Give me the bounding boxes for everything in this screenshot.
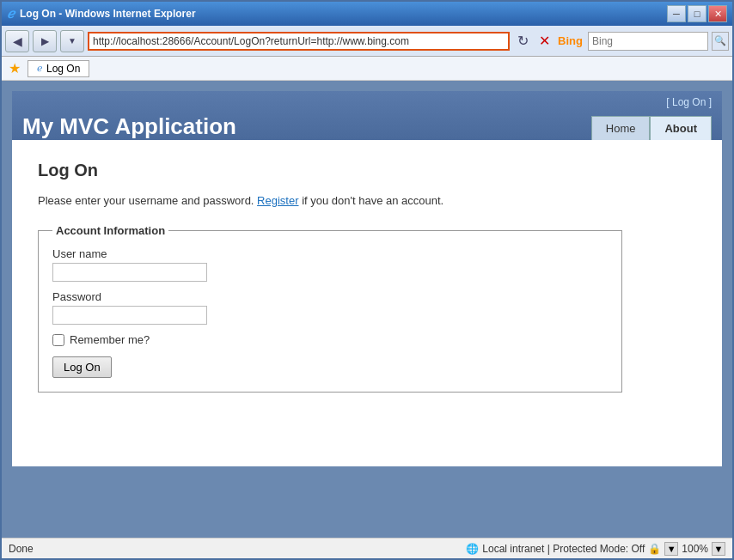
app-header-top: [ Log On ] — [12, 91, 722, 110]
window-title: Log On - Windows Internet Explorer — [20, 8, 196, 20]
password-label: Password — [52, 290, 608, 303]
app-wrapper: [ Log On ] My MVC Application Home About… — [12, 91, 722, 527]
lock-icon: 🔒 — [648, 543, 661, 555]
favorites-star-icon[interactable]: ★ — [9, 60, 21, 76]
remember-checkbox[interactable] — [52, 334, 64, 346]
logon-submit-button[interactable]: Log On — [52, 356, 112, 378]
register-link[interactable]: Register — [257, 194, 298, 207]
status-bar: Done 🌐 Local intranet | Protected Mode: … — [2, 538, 732, 558]
tab-title: Log On — [46, 63, 80, 75]
address-input[interactable] — [88, 32, 510, 51]
title-bar-left: ℯ Log On - Windows Internet Explorer — [7, 6, 196, 21]
search-input[interactable] — [588, 32, 708, 51]
intro-after: if you don't have an account. — [299, 194, 444, 207]
address-bar: ◀ ▶ ▼ ↻ ✕ Bing 🔍 — [2, 26, 732, 57]
page-title: Log On — [38, 161, 696, 180]
status-right: 🌐 Local intranet | Protected Mode: Off 🔒… — [466, 542, 725, 556]
zoom-down-button[interactable]: ▼ — [664, 542, 678, 556]
page-content: Log On Please enter your username and pa… — [12, 140, 722, 466]
window-controls: ─ □ ✕ — [667, 5, 727, 22]
remember-group: Remember me? — [52, 333, 608, 346]
intro-before: Please enter your username and password. — [38, 194, 257, 207]
zoom-level: 100% — [682, 543, 708, 555]
username-label: User name — [52, 247, 608, 260]
username-input[interactable] — [52, 263, 207, 282]
app-header: [ Log On ] My MVC Application Home About — [12, 91, 722, 140]
title-bar: ℯ Log On - Windows Internet Explorer ─ □… — [2, 2, 732, 26]
close-button[interactable]: ✕ — [708, 5, 727, 22]
forward-button[interactable]: ▶ — [33, 30, 57, 52]
minimize-button[interactable]: ─ — [667, 5, 686, 22]
account-fieldset: Account Information User name Password R… — [38, 224, 622, 393]
ie-logo-icon: ℯ — [7, 6, 15, 21]
nav-tab-about[interactable]: About — [650, 116, 712, 140]
tab-ie-icon: ℯ — [37, 63, 43, 74]
status-text: Done — [9, 543, 466, 555]
password-group: Password — [52, 290, 608, 325]
security-text: Local intranet | Protected Mode: Off — [482, 543, 645, 555]
stop-button[interactable]: ✕ — [535, 32, 553, 51]
nav-tabs: Home About — [591, 116, 712, 140]
favorites-tab[interactable]: ℯ Log On — [28, 60, 89, 77]
username-group: User name — [52, 247, 608, 282]
app-header-main: My MVC Application Home About — [12, 110, 722, 140]
browser-content: [ Log On ] My MVC Application Home About… — [2, 81, 732, 538]
search-button[interactable]: 🔍 — [712, 32, 729, 51]
browser-window: ℯ Log On - Windows Internet Explorer ─ □… — [0, 0, 734, 560]
maximize-button[interactable]: □ — [688, 5, 706, 22]
refresh-button[interactable]: ↻ — [513, 32, 532, 51]
globe-icon: 🌐 — [466, 543, 479, 555]
intro-text: Please enter your username and password.… — [38, 194, 696, 207]
password-input[interactable] — [52, 306, 207, 325]
back-button[interactable]: ◀ — [5, 30, 29, 52]
nav-tab-home[interactable]: Home — [591, 116, 651, 140]
app-title: My MVC Application — [22, 113, 236, 140]
logon-link[interactable]: [ Log On ] — [666, 96, 712, 108]
remember-label: Remember me? — [70, 333, 150, 346]
favorites-bar: ★ ℯ Log On — [2, 57, 732, 81]
bing-icon: Bing — [556, 34, 584, 47]
recent-pages-button[interactable]: ▼ — [60, 30, 84, 52]
zoom-up-button[interactable]: ▼ — [712, 542, 725, 556]
fieldset-legend: Account Information — [52, 224, 168, 237]
